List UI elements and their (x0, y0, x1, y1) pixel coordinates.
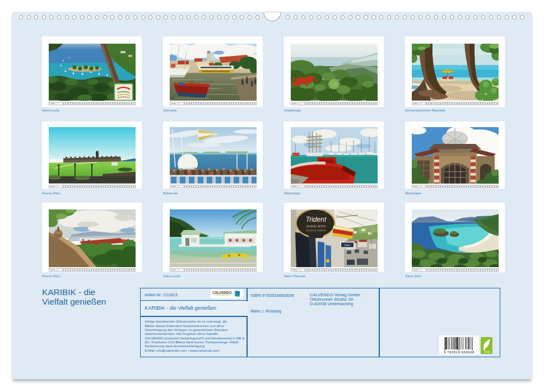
svg-text:EXQUISITE JEWELRY: EXQUISITE JEWELRY (306, 230, 327, 232)
svg-text:eco: eco (485, 351, 490, 354)
svg-text:Diam: Diam (345, 244, 350, 246)
svg-text:JEWELERS: JEWELERS (306, 224, 326, 227)
svg-text:Trident: Trident (306, 216, 327, 223)
